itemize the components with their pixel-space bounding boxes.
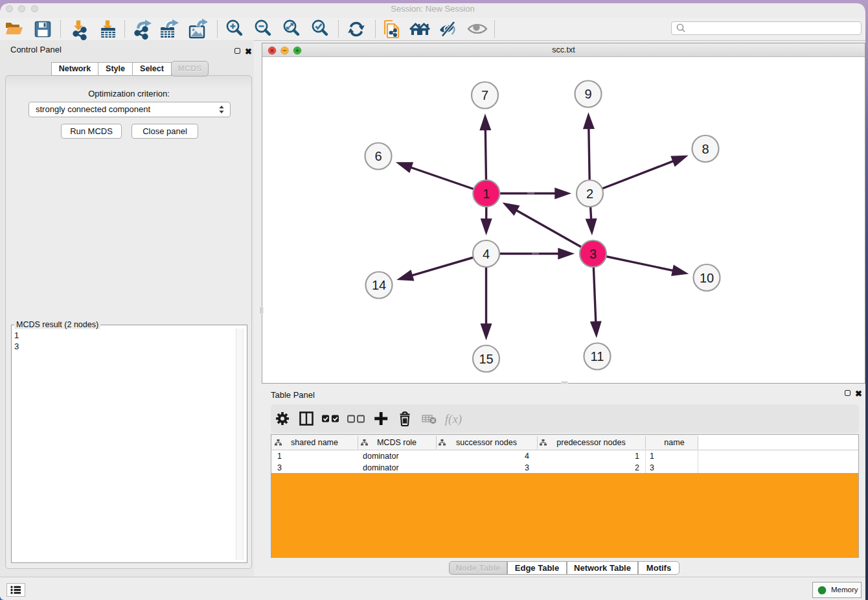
svg-text:1: 1 bbox=[483, 187, 490, 201]
svg-text:11: 11 bbox=[591, 349, 604, 363]
svg-text:8: 8 bbox=[702, 142, 709, 156]
svg-text:10: 10 bbox=[700, 271, 714, 285]
svg-text:4: 4 bbox=[483, 247, 490, 261]
svg-text:f(x): f(x) bbox=[445, 412, 462, 426]
svg-text:9: 9 bbox=[584, 87, 591, 101]
svg-text:7: 7 bbox=[481, 88, 488, 102]
svg-text:14: 14 bbox=[372, 278, 386, 292]
svg-text:2: 2 bbox=[586, 187, 593, 201]
svg-text:15: 15 bbox=[479, 352, 493, 366]
svg-text:6: 6 bbox=[374, 149, 382, 163]
svg-text:3: 3 bbox=[589, 247, 597, 261]
